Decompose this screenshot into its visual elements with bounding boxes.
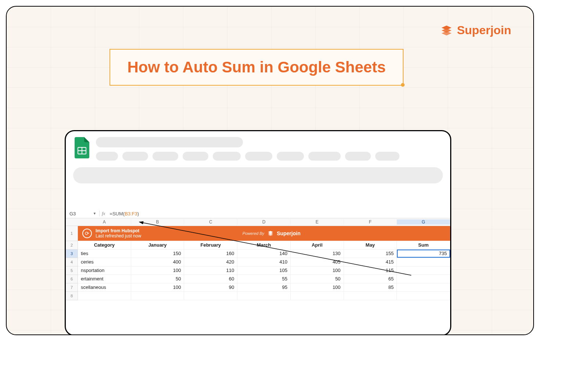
import-banner[interactable]: ⟳ Import from Hubspot Last refreshed jus… bbox=[78, 226, 450, 241]
name-box-dropdown-icon[interactable]: ▼ bbox=[90, 212, 99, 215]
cell[interactable]: 65 bbox=[344, 275, 397, 283]
cell[interactable] bbox=[397, 266, 450, 275]
header-cell[interactable]: February bbox=[184, 241, 237, 249]
name-box[interactable]: G3 bbox=[66, 211, 90, 216]
column-header-E[interactable]: E bbox=[291, 219, 344, 225]
cell[interactable]: 400 bbox=[131, 258, 184, 266]
cell[interactable]: 140 bbox=[237, 250, 291, 258]
cell[interactable]: 95 bbox=[237, 283, 291, 291]
formula-input[interactable]: =SUM(B3:F3) bbox=[107, 211, 139, 216]
cell[interactable]: 735 bbox=[397, 250, 450, 258]
formula-bar[interactable]: G3 ▼ fx =SUM(B3:F3) bbox=[66, 209, 450, 218]
powered-by: Powered By Superjoin bbox=[243, 230, 301, 237]
column-header-B[interactable]: B bbox=[131, 219, 184, 225]
doc-title-skeleton bbox=[96, 137, 243, 147]
cell[interactable]: ceries bbox=[78, 258, 131, 266]
column-header-D[interactable]: D bbox=[237, 219, 291, 225]
cell[interactable] bbox=[397, 258, 450, 266]
cell[interactable]: 415 bbox=[344, 258, 397, 266]
refresh-icon[interactable]: ⟳ bbox=[82, 229, 92, 238]
row-number[interactable]: 7 bbox=[66, 283, 78, 292]
row-number[interactable]: 1 bbox=[66, 226, 78, 241]
row-1: 1 ⟳ Import from Hubspot Last refreshed j… bbox=[66, 226, 450, 241]
formula-range: B3:F3 bbox=[125, 211, 137, 216]
formula-prefix: =SUM( bbox=[110, 211, 125, 216]
menu-item-skeleton bbox=[375, 152, 399, 161]
cell[interactable] bbox=[397, 292, 450, 300]
cell[interactable]: 105 bbox=[237, 266, 291, 275]
menu-item-skeleton bbox=[277, 152, 304, 161]
cell[interactable]: 420 bbox=[184, 258, 237, 266]
table-row: 4ceries400420410405415 bbox=[66, 258, 450, 266]
menu-item-skeleton bbox=[96, 152, 118, 161]
header-cell[interactable]: April bbox=[291, 241, 344, 249]
superjoin-small-icon bbox=[267, 230, 274, 237]
column-headers[interactable]: ABCDEFG bbox=[66, 218, 450, 226]
row-2-headers: 2 CategoryJanuaryFebruaryMarchAprilMaySu… bbox=[66, 241, 450, 250]
menu-item-skeleton bbox=[153, 152, 178, 161]
row-number[interactable]: 3 bbox=[66, 250, 78, 258]
cell[interactable] bbox=[291, 292, 344, 300]
cell[interactable]: 100 bbox=[131, 283, 184, 291]
cell[interactable]: 115 bbox=[344, 266, 397, 275]
cell[interactable]: 160 bbox=[184, 250, 237, 258]
powered-by-brand: Superjoin bbox=[277, 230, 301, 236]
header-cell[interactable]: Sum bbox=[397, 241, 450, 249]
cell[interactable]: 110 bbox=[184, 266, 237, 275]
row-number[interactable]: 8 bbox=[66, 292, 78, 300]
header-cell[interactable]: May bbox=[344, 241, 397, 249]
google-sheets-icon bbox=[73, 137, 91, 158]
cell[interactable]: 85 bbox=[344, 283, 397, 291]
cell[interactable]: 90 bbox=[184, 283, 237, 291]
cell[interactable]: 50 bbox=[131, 275, 184, 283]
row-number[interactable]: 2 bbox=[66, 241, 78, 250]
row-number[interactable]: 4 bbox=[66, 258, 78, 266]
app-header-skeleton bbox=[66, 131, 450, 164]
cell[interactable]: nsportation bbox=[78, 266, 131, 275]
cell[interactable]: 50 bbox=[291, 275, 344, 283]
cell[interactable]: 100 bbox=[291, 283, 344, 291]
cell[interactable]: 155 bbox=[344, 250, 397, 258]
cell[interactable] bbox=[184, 292, 237, 300]
formula-suffix: ) bbox=[137, 211, 139, 216]
column-header-G[interactable]: G bbox=[397, 219, 450, 225]
header-cell[interactable]: Category bbox=[78, 241, 131, 249]
cell[interactable]: scellaneous bbox=[78, 283, 131, 291]
menu-item-skeleton bbox=[183, 152, 208, 161]
cell[interactable] bbox=[344, 292, 397, 300]
menu-item-skeleton bbox=[308, 152, 341, 161]
table-row: 5nsportation100110105100115 bbox=[66, 266, 450, 275]
brand-logo: Superjoin bbox=[440, 24, 511, 37]
table-row: 7scellaneous100909510085 bbox=[66, 283, 450, 292]
cell[interactable] bbox=[131, 292, 184, 300]
column-header-A[interactable]: A bbox=[78, 219, 131, 225]
cell[interactable]: 100 bbox=[291, 266, 344, 275]
cell[interactable] bbox=[237, 292, 291, 300]
row-number[interactable]: 6 bbox=[66, 275, 78, 283]
cell[interactable]: 60 bbox=[184, 275, 237, 283]
cell[interactable] bbox=[397, 283, 450, 291]
column-header-F[interactable]: F bbox=[344, 219, 397, 225]
powered-by-label: Powered By bbox=[243, 231, 264, 236]
cell[interactable]: 100 bbox=[131, 266, 184, 275]
cell[interactable]: 55 bbox=[237, 275, 291, 283]
cell[interactable]: 410 bbox=[237, 258, 291, 266]
cell[interactable] bbox=[78, 292, 131, 300]
sheets-screenshot: G3 ▼ fx =SUM(B3:F3) ABCDEFG 1 ⟳ Import f… bbox=[65, 130, 451, 335]
banner-title: Import from Hubspot bbox=[96, 228, 141, 233]
cell[interactable]: ertainment bbox=[78, 275, 131, 283]
table-row: 8 bbox=[66, 292, 450, 300]
cell[interactable]: 405 bbox=[291, 258, 344, 266]
title-box: How to Auto Sum in Google Sheets bbox=[110, 49, 404, 86]
cell[interactable]: 130 bbox=[291, 250, 344, 258]
header-cell[interactable]: March bbox=[237, 241, 291, 249]
menu-item-skeleton bbox=[213, 152, 241, 161]
cell[interactable] bbox=[397, 275, 450, 283]
banner-subtitle: Last refreshed just now bbox=[96, 233, 141, 239]
column-header-C[interactable]: C bbox=[184, 219, 237, 225]
header-cell[interactable]: January bbox=[131, 241, 184, 249]
cell[interactable]: 150 bbox=[131, 250, 184, 258]
row-number[interactable]: 5 bbox=[66, 266, 78, 275]
selection-handle-icon bbox=[401, 83, 405, 87]
cell[interactable]: ties bbox=[78, 250, 131, 258]
